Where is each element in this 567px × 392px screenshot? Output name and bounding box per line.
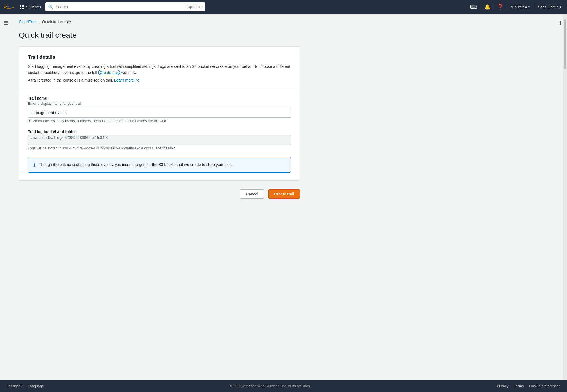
footer-left: Feedback Language — [7, 384, 44, 388]
nav-divider-2 — [494, 4, 494, 10]
terminal-icon: ⌨ — [470, 4, 477, 10]
trail-name-label: Trail name — [28, 96, 291, 100]
terms-link[interactable]: Terms — [514, 384, 524, 388]
info-box: ℹ Though there is no cost to log these e… — [28, 157, 291, 173]
feedback-link[interactable]: Feedback — [7, 384, 22, 388]
scrollbar[interactable] — [563, 14, 567, 380]
section-divider — [19, 89, 300, 89]
card-learn-more: A trail created in the console is a mult… — [28, 78, 291, 82]
trail-name-input[interactable] — [28, 108, 291, 118]
grid-icon — [20, 5, 24, 9]
scrollbar-thumb[interactable] — [564, 19, 566, 69]
card-desc-text1: Start logging management events by creat… — [28, 64, 290, 75]
sidebar-toggle[interactable]: ☰ — [0, 14, 12, 380]
trail-details-card: Trail details Start logging management e… — [19, 46, 300, 181]
nav-divider-4 — [534, 4, 534, 10]
trail-name-constraint: 3-128 characters. Only letters, numbers,… — [28, 119, 291, 123]
breadcrumb: CloudTrail › Quick trail create — [19, 19, 552, 24]
help-button[interactable]: ❓ — [496, 2, 505, 12]
bell-icon: 🔔 — [484, 4, 490, 10]
footer-right: Privacy Terms Cookie preferences — [497, 384, 560, 388]
breadcrumb-separator: › — [38, 19, 40, 24]
trail-name-hint: Enter a display name for your trail. — [28, 101, 291, 106]
footer: Feedback Language © 2023, Amazon Web Ser… — [0, 380, 567, 392]
info-box-icon: ℹ — [34, 162, 36, 168]
info-box-text: Though there is no cost to log these eve… — [39, 162, 233, 168]
nav-divider-1 — [481, 4, 481, 10]
create-trail-button[interactable]: Create trail — [268, 189, 300, 199]
hamburger-icon: ☰ — [4, 20, 8, 26]
search-input[interactable] — [56, 5, 184, 9]
trail-name-field-group: Trail name Enter a display name for your… — [28, 96, 291, 123]
trail-bucket-label: Trail log bucket and folder — [28, 130, 291, 134]
page-title: Quick trail create — [19, 31, 552, 40]
privacy-link[interactable]: Privacy — [497, 384, 509, 388]
main-content: CloudTrail › Quick trail create Quick tr… — [12, 14, 559, 380]
aws-logo[interactable]: aws — [3, 2, 15, 12]
card-desc-text2: workflow. — [120, 70, 137, 75]
region-selector[interactable]: N. Virginia ▾ — [509, 4, 533, 10]
trail-bucket-desc: Logs will be stored in aws-cloudtrail-lo… — [28, 146, 291, 150]
user-label: Saas_Admin — [538, 5, 558, 9]
services-label: Services — [26, 5, 41, 9]
learn-more-link[interactable]: Learn more — [114, 78, 134, 82]
chevron-down-icon: ▾ — [528, 5, 530, 9]
learn-more-prefix: A trail created in the console is a mult… — [28, 78, 114, 82]
user-menu[interactable]: Saas_Admin ▾ — [536, 4, 564, 10]
search-icon: 🔍 — [48, 4, 54, 10]
main-layout: ☰ ℹ CloudTrail › Quick trail create Quic… — [0, 14, 567, 380]
card-title: Trail details — [28, 54, 291, 60]
create-trail-link[interactable]: Create trail — [98, 70, 120, 75]
actions-row: Cancel Create trail — [19, 189, 300, 199]
chevron-down-icon-user: ▾ — [560, 5, 561, 9]
svg-text:aws: aws — [4, 5, 9, 7]
help-panel-icon[interactable]: ℹ — [560, 20, 561, 26]
search-shortcut: [Option+S] — [187, 5, 202, 9]
trail-bucket-field-group: Trail log bucket and folder aws-cloudtra… — [28, 130, 291, 150]
nav-divider-3 — [507, 4, 507, 10]
breadcrumb-cloudtrail-link[interactable]: CloudTrail — [19, 20, 36, 24]
question-icon: ❓ — [497, 4, 503, 10]
terminal-icon-button[interactable]: ⌨ — [469, 2, 479, 12]
card-description: Start logging management events by creat… — [28, 63, 291, 76]
language-link[interactable]: Language — [28, 384, 44, 388]
trail-bucket-input: aws-cloudtrail-logs-473292283862-e74c84f… — [28, 135, 291, 145]
top-navigation: aws Services 🔍 [Option+S] ⌨ 🔔 ❓ N. — [0, 0, 567, 14]
footer-copyright: © 2023, Amazon Web Services, Inc. or its… — [230, 384, 311, 388]
cookie-preferences-link[interactable]: Cookie preferences — [529, 384, 560, 388]
info-circle-icon: ℹ — [560, 20, 561, 26]
external-link-icon — [136, 79, 139, 82]
cancel-button[interactable]: Cancel — [240, 189, 264, 199]
notifications-button[interactable]: 🔔 — [483, 2, 492, 12]
nav-icons: ⌨ 🔔 ❓ N. Virginia ▾ Saas_Admin ▾ — [469, 2, 564, 12]
search-bar[interactable]: 🔍 [Option+S] — [45, 2, 205, 11]
breadcrumb-current: Quick trail create — [42, 20, 71, 24]
region-label: N. Virginia — [511, 5, 527, 9]
services-menu-button[interactable]: Services — [18, 4, 43, 10]
